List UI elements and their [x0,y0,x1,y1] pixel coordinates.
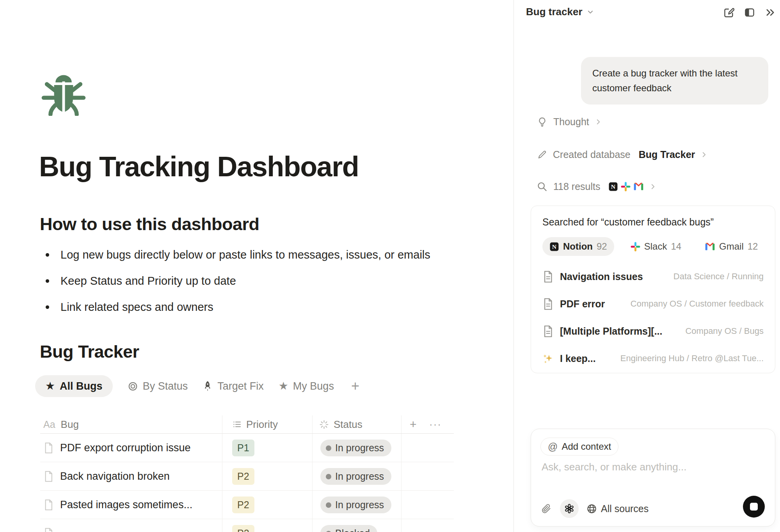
document-icon [542,298,554,310]
bug-title-cell[interactable]: Pasted images sometimes... [43,491,219,519]
assistant-title-dropdown[interactable]: Bug tracker [526,6,594,18]
text-type-icon: Aa [43,419,55,430]
status-pill[interactable]: In progress [320,440,391,456]
bug-table: Aa Bug Priority [40,415,454,532]
source-logos: N [608,182,644,192]
bug-title-cell[interactable]: PDF export corruption issue [43,434,219,462]
bullet-text: Log new bugs directly below or paste lin… [60,248,430,261]
step-thought[interactable]: Thought [537,116,602,128]
add-view-button[interactable]: + [351,379,359,393]
source-tab-slack[interactable]: Slack 14 [624,237,688,256]
assistant-header: Bug tracker [514,0,780,25]
target-icon [128,381,138,392]
chat-input[interactable]: Ask, search, or make anything... [542,461,686,473]
all-sources-button[interactable]: All sources [586,503,649,514]
step-label: 118 results [553,181,600,192]
notion-icon: N [608,182,618,192]
search-result-item[interactable]: PDF error Company OS / Customer feedback [542,290,764,317]
priority-pill[interactable]: P2 [232,497,254,513]
column-label: Status [334,419,362,431]
bug-title-cell[interactable] [43,519,219,532]
add-context-button[interactable]: @ Add context [540,438,618,456]
chat-composer[interactable]: @ Add context Ask, search, or make anyth… [531,429,775,527]
chevron-right-icon [650,183,656,190]
assistant-title: Bug tracker [526,6,583,18]
search-icon [537,181,547,192]
openai-icon [564,503,575,514]
add-column-button[interactable]: + [410,418,417,431]
document-canvas: Bug Tracking Dashboard How to use this d… [0,0,513,532]
composer-tools: All sources [540,499,649,518]
status-pill[interactable]: In progress [320,497,391,513]
table-more-button[interactable]: ··· [429,419,442,431]
source-tab-notion[interactable]: N Notion 92 [542,237,614,256]
slack-icon [621,182,631,192]
star-icon: ★ [279,381,288,392]
step-search-results[interactable]: 118 results N [537,181,656,192]
column-header-priority[interactable]: Priority [232,419,278,431]
result-breadcrumb: Company OS / Bugs [685,326,764,336]
bullet-text: Keep Status and Priority up to date [60,275,236,287]
panel-layout-icon [744,7,755,18]
search-result-item[interactable]: Navigation issues Data Science / Running [542,263,764,290]
column-header-status[interactable]: Status [319,419,362,431]
view-tab-by-status[interactable]: By Status [128,380,188,392]
source-tabs: N Notion 92 Slack 14 [542,237,764,256]
howto-list: Log new bugs directly below or paste lin… [40,242,489,320]
view-tabs: ★ All Bugs By Status Target Fix ★ My Bug… [35,375,359,397]
search-results-title: Searched for “customer feedback bugs” [542,216,764,228]
priority-pill[interactable]: P2 [232,468,254,485]
bug-title: PDF export corruption issue [60,442,191,454]
collapse-panel-button[interactable] [764,7,776,18]
double-chevron-right-icon [765,7,776,18]
list-item: Log new bugs directly below or paste lin… [40,242,489,268]
bug-title-cell[interactable]: Back navigation broken [43,462,219,490]
search-result-item[interactable]: I keep... Engineering Hub / Retro @Last … [542,345,764,372]
source-tab-gmail[interactable]: Gmail 12 [698,237,765,256]
search-result-list: Navigation issues Data Science / Running… [542,263,764,372]
document-icon [542,271,554,283]
step-created-database[interactable]: Created database Bug Tracker [537,149,707,160]
status-pill[interactable]: In progress [320,468,391,485]
table-row[interactable]: PDF export corruption issue P1 In progre… [40,434,454,462]
toggle-sidebar-button[interactable] [744,7,755,18]
bullet-dot [46,253,49,257]
status-dot [326,445,331,451]
search-result-item[interactable]: [Multiple Platforms][... Company OS / Bu… [542,317,764,345]
chevron-right-icon [701,151,707,158]
result-title: PDF error [560,298,605,310]
model-selector-button[interactable] [560,499,579,518]
table-row-partial[interactable]: P2 Blocked [40,519,454,532]
column-label: Bug [61,419,79,431]
bullet-text: Link related specs and owners [60,301,213,314]
ai-assistant-panel: Bug tracker [514,0,780,532]
view-tab-label: All Bugs [60,380,103,392]
source-tab-label: Gmail [719,241,744,252]
view-tab-my-bugs[interactable]: ★ My Bugs [279,380,334,392]
new-chat-button[interactable] [723,7,735,18]
page-icon [43,442,54,454]
priority-pill[interactable]: P2 [232,525,254,532]
view-tab-target-fix[interactable]: Target Fix [203,380,264,392]
paperclip-icon [541,504,552,514]
bullet-dot [46,305,49,309]
compose-icon [723,7,734,18]
result-title: I keep... [560,353,596,364]
stop-generating-button[interactable] [743,496,765,518]
attach-button[interactable] [540,503,552,514]
column-header-bug[interactable]: Aa Bug [43,419,79,431]
star-icon: ★ [45,381,55,392]
priority-pill[interactable]: P1 [232,440,254,456]
status-label: In progress [335,499,384,511]
bullet-dot [46,279,49,283]
page-title: Bug Tracking Dashboard [39,151,359,183]
table-row[interactable]: Back navigation broken P2 In progress [40,462,454,491]
priority-label: P2 [237,471,249,482]
created-database-name[interactable]: Bug Tracker [639,149,695,160]
view-tab-all-bugs[interactable]: ★ All Bugs [35,375,113,397]
view-tab-label: My Bugs [293,380,334,392]
bug-title: Pasted images sometimes... [60,499,192,511]
source-tab-label: Slack [644,241,667,252]
status-pill[interactable]: Blocked [320,525,377,532]
table-row[interactable]: Pasted images sometimes... P2 In progres… [40,491,454,519]
